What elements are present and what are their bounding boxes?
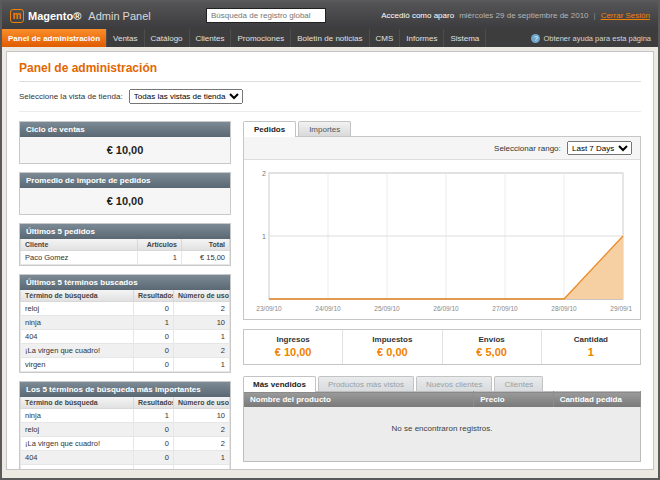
nav-tab-dashboard[interactable]: Panel de administración xyxy=(2,29,107,47)
svg-text:1: 1 xyxy=(262,233,266,240)
tab-pedidos[interactable]: Pedidos xyxy=(243,121,296,137)
column-header: Nombre del producto xyxy=(244,392,474,408)
help-link[interactable]: Obtener ayuda para esta página xyxy=(524,29,658,47)
table-cell: 1 xyxy=(174,330,230,344)
stat-value: € 10,00 xyxy=(244,346,342,358)
table-cell: virgen xyxy=(21,358,134,372)
table-cell: 1 xyxy=(134,316,174,330)
orders-chart: 1223/09/1024/09/1025/09/1026/09/1027/09/… xyxy=(244,160,640,319)
last-orders-table: Cliente Artículos Total Paco Gomez1€ 15,… xyxy=(20,239,230,265)
table-cell: 10 xyxy=(174,409,230,423)
nav-tab-boletin[interactable]: Boletín de noticias xyxy=(291,29,369,47)
tab-productos-mas-vistos[interactable]: Productos más vistos xyxy=(318,376,414,391)
top-search-terms-panel: Los 5 términos de búsqueda más important… xyxy=(19,381,231,470)
table-cell: 2 xyxy=(174,423,230,437)
product-name: Admin Panel xyxy=(88,10,150,22)
table-cell: Paco Gomez xyxy=(21,251,138,265)
table-cell: 404 xyxy=(21,330,134,344)
table-cell: ninja xyxy=(21,316,134,330)
average-orders-panel: Promedio de importe de pedidos € 10,00 xyxy=(19,172,231,215)
nav-tab-catalogo[interactable]: Catálogo xyxy=(145,29,190,47)
table-header-row: Término de búsqueda Resultados Número de… xyxy=(21,397,230,409)
svg-text:2: 2 xyxy=(262,170,266,177)
range-selector-row: Seleccionar rango: Last 7 Days xyxy=(244,137,640,160)
svg-text:27/09/10: 27/09/10 xyxy=(492,305,518,312)
stat-value: € 5,00 xyxy=(443,346,541,358)
stat-label: Cantidad xyxy=(542,335,640,344)
column-header: Resultados xyxy=(134,397,174,409)
store-view-select[interactable]: Todas las vistas de tienda xyxy=(129,89,243,104)
table-cell: 1 xyxy=(174,358,230,372)
empty-message: No se encontraron registros. xyxy=(244,407,641,462)
dashboard-sidebar: Ciclo de ventas € 10,00 Promedio de impo… xyxy=(19,121,231,470)
last-orders-panel: Últimos 5 pedidos Cliente Artículos Tota… xyxy=(19,223,231,266)
table-row: 40401 xyxy=(21,330,230,344)
table-cell: reloj xyxy=(21,302,134,316)
table-cell: 0 xyxy=(134,451,174,465)
panel-title: Los 5 términos de búsqueda más important… xyxy=(20,382,230,397)
table-cell: € 15,00 xyxy=(182,251,230,265)
column-header: Número de usos xyxy=(174,397,230,409)
svg-text:28/09/10: 28/09/10 xyxy=(551,305,577,312)
nav-tab-cms[interactable]: CMS xyxy=(370,29,401,47)
store-view-label: Seleccione la vista de tienda: xyxy=(19,92,123,101)
magento-logo: Magento® Admin Panel xyxy=(10,9,151,23)
nav-tab-promociones[interactable]: Promociones xyxy=(231,29,291,47)
average-orders-value: € 10,00 xyxy=(20,188,230,214)
nav-tab-sistema[interactable]: Sistema xyxy=(444,29,486,47)
tab-importes[interactable]: Importes xyxy=(298,121,351,136)
nav-tab-informes[interactable]: Informes xyxy=(400,29,444,47)
table-cell: 1 xyxy=(138,251,182,265)
column-header: Cliente xyxy=(21,239,138,251)
last-search-terms-table: Término de búsqueda Resultados Número de… xyxy=(20,290,230,372)
table-cell: virge xyxy=(21,465,134,471)
nav-tab-ventas[interactable]: Ventas xyxy=(107,29,144,47)
column-header: Número de usos xyxy=(174,290,230,302)
top-search-terms-table: Término de búsqueda Resultados Número de… xyxy=(20,397,230,470)
separator xyxy=(594,11,596,20)
stat-value: 1 xyxy=(542,346,640,358)
header-date: miércoles 29 de septiembre de 2010 xyxy=(459,11,588,20)
tab-nuevos-clientes[interactable]: Nuevos clientes xyxy=(416,376,492,391)
global-search-input[interactable] xyxy=(206,8,326,23)
svg-text:26/09/10: 26/09/10 xyxy=(433,305,459,312)
tab-clientes[interactable]: Clientes xyxy=(494,376,543,391)
table-cell: 0 xyxy=(134,465,174,471)
table-header-row: Término de búsqueda Resultados Número de… xyxy=(21,290,230,302)
table-cell: 10 xyxy=(174,316,230,330)
table-cell: 1 xyxy=(174,451,230,465)
products-grid-tabs: Más vendidos Productos más vistos Nuevos… xyxy=(243,376,641,391)
magento-logo-icon xyxy=(10,9,24,23)
table-cell: 0 xyxy=(134,344,174,358)
table-cell: 2 xyxy=(174,302,230,316)
table-row: ¡La virgen que cuadro!02 xyxy=(21,344,230,358)
column-header: Precio xyxy=(474,392,553,408)
brand-name: Magento® xyxy=(28,10,81,22)
tab-mas-vendidos[interactable]: Más vendidos xyxy=(243,376,316,392)
panel-title: Ciclo de ventas xyxy=(20,122,230,137)
panel-title: Últimos 5 pedidos xyxy=(20,224,230,239)
logged-in-as: Accedió como aparo xyxy=(381,11,454,20)
dashboard-main: Pedidos Importes Seleccionar rango: Last… xyxy=(243,121,641,470)
table-row: ninja110 xyxy=(21,409,230,423)
stat-label: Impuestos xyxy=(343,335,441,344)
panel-title: Promedio de importe de pedidos xyxy=(20,173,230,188)
table-row: ¡La virgen que cuadro!02 xyxy=(21,437,230,451)
table-cell: ¡La virgen que cuadro! xyxy=(21,344,134,358)
orders-chart-svg: 1223/09/1024/09/1025/09/1026/09/1027/09/… xyxy=(252,166,632,316)
range-select[interactable]: Last 7 Days xyxy=(567,141,632,155)
table-cell: 404 xyxy=(21,451,134,465)
column-header: Cantidad pedida xyxy=(553,392,640,408)
stat-value: € 0,00 xyxy=(343,346,441,358)
header: Magento® Admin Panel Accedió como aparo … xyxy=(2,2,658,29)
total-impuestos: Impuestos € 0,00 xyxy=(342,330,441,364)
total-envios: Envíos € 5,00 xyxy=(442,330,541,364)
stat-label: Envíos xyxy=(443,335,541,344)
table-cell: 0 xyxy=(134,302,174,316)
table-cell: ninja xyxy=(21,409,134,423)
page-title: Panel de administración xyxy=(19,59,641,82)
nav-tab-clientes[interactable]: Clientes xyxy=(190,29,232,47)
logout-link[interactable]: Cerrar Sesión xyxy=(601,11,650,20)
column-header: Término de búsqueda xyxy=(21,397,134,409)
table-row: reloj02 xyxy=(21,302,230,316)
